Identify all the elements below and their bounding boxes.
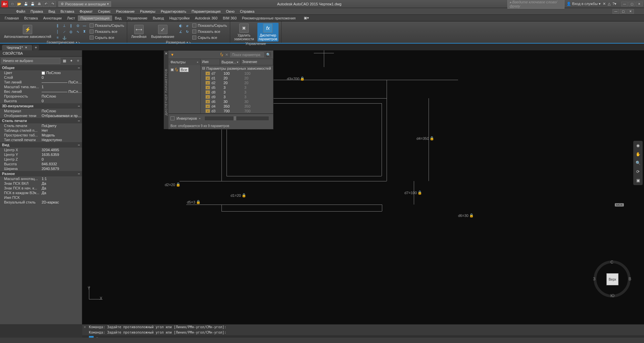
menu-window[interactable]: Окно (223, 9, 237, 14)
props-value[interactable]: Нет (40, 128, 82, 132)
props-section-viz3d[interactable]: 3D-визуализация– (0, 103, 82, 109)
a360-icon[interactable]: △ (608, 2, 610, 6)
dim-angular-icon[interactable]: ∠ (178, 29, 184, 34)
collapse-icon[interactable]: « (199, 117, 200, 120)
menu-help[interactable]: Справка (237, 9, 257, 14)
checkbox-icon[interactable] (170, 116, 175, 120)
viewcube-north[interactable]: С (610, 260, 613, 265)
doc-restore-button[interactable]: ▢ (620, 9, 627, 14)
ribbon-tab-insert[interactable]: Вставка (21, 15, 41, 21)
props-value[interactable]: 0 (40, 99, 82, 103)
param-row[interactable]: dd4350350 (201, 104, 273, 109)
props-value[interactable]: 2040.5879 (40, 167, 82, 171)
menu-insert[interactable]: Вставка (58, 9, 77, 14)
ribbon-tab-bim360[interactable]: BIM 360 (220, 15, 239, 21)
props-row[interactable]: Тип стилей печатиНедоступно (0, 137, 82, 142)
ribbon-tab-layout[interactable]: Лист (64, 15, 78, 21)
constraint-concentric-icon[interactable]: ◎ (68, 29, 74, 34)
props-row[interactable]: Центр Y1635.6359 (0, 152, 82, 157)
dim-d5[interactable]: d5=3🔒 (187, 200, 201, 204)
parameters-manager-button[interactable]: fx Диспетчер параметров (257, 23, 279, 42)
props-value[interactable]: 0 (40, 157, 82, 161)
nav-showmotion-icon[interactable]: ▣ (635, 177, 641, 184)
props-quickselect-icon[interactable]: ✦ (68, 58, 74, 64)
infocenter-search[interactable]: ▸ Введите ключевое слово/фразу (507, 0, 564, 9)
nav-orbit-icon[interactable]: ⟳ (635, 168, 641, 175)
props-value[interactable]: Да (40, 181, 82, 185)
param-expression[interactable]: 700 (224, 109, 244, 113)
menu-dimension[interactable]: Размеры (137, 9, 158, 14)
props-section-misc[interactable]: Разное– (0, 171, 82, 176)
menu-parametric[interactable]: Параметризация (189, 9, 223, 14)
constraint-fix-icon[interactable]: ⚓ (61, 35, 67, 40)
props-value[interactable]: ПоСлою (40, 71, 82, 75)
props-row[interactable]: Пространство таб...Модель (0, 133, 82, 137)
document-tab[interactable]: Чертеж1*✕ (2, 45, 32, 50)
props-row[interactable]: Имя ПСК (0, 195, 82, 200)
props-row[interactable]: МатериалПоСлою (0, 109, 82, 113)
geom-show-hide-button[interactable]: Показать/Скрыть (90, 23, 124, 28)
param-row[interactable]: dd12020 (201, 76, 273, 80)
dim-show-hide-button[interactable]: Показать/Скрыть (192, 23, 227, 28)
menu-format[interactable]: Формат (77, 9, 95, 14)
constraint-tangent-icon[interactable]: ⊙ (75, 23, 81, 28)
help-icon[interactable]: ?▾ (612, 2, 616, 6)
ribbon-tab-addins[interactable]: Надстройки (166, 15, 192, 21)
dialog-launcher-icon[interactable]: ▾ ↘ (76, 41, 80, 44)
constraint-smooth-icon[interactable]: ∿ (75, 29, 81, 34)
props-value[interactable]: ПоСлою (40, 94, 82, 98)
props-row[interactable]: Визуальный стиль2D-каркас (0, 200, 82, 205)
constraint-horizontal-icon[interactable]: — (82, 23, 88, 28)
constraint-parallel-icon[interactable]: ∥ (68, 23, 74, 28)
props-value[interactable] (40, 195, 82, 199)
props-row[interactable]: Слой0 (0, 75, 82, 80)
qat-new-icon[interactable]: □ (9, 1, 15, 7)
viewcube-west[interactable]: З (593, 277, 595, 281)
props-value[interactable]: 1:1 (40, 177, 82, 181)
ribbon-tab-featured[interactable]: Рекомендованные приложения (239, 15, 298, 21)
constraint-equal-icon[interactable]: = (55, 35, 61, 40)
filter-all[interactable]: ▣ fx Все (170, 66, 198, 73)
qat-redo-icon[interactable]: ↷ (50, 1, 56, 7)
constraint-coincident-icon[interactable]: ‖ (55, 23, 61, 28)
delete-constraints-button[interactable]: ✖ Удалить зависимости (233, 23, 255, 42)
viewcube-east[interactable]: В (629, 277, 631, 281)
drawing-canvas[interactable]: d3=700🔒 d9=3🔒 d8=3🔒 d4=350🔒 d2=20🔒 d1=20… (82, 50, 644, 324)
ribbon-minimize-icon[interactable]: ▣▾ (301, 15, 312, 21)
invert-filter-label[interactable]: Инвертиров (177, 116, 197, 120)
constraint-symmetric-icon[interactable]: ⧗ (82, 29, 88, 34)
props-row[interactable]: ЦветПоСлою (0, 70, 82, 75)
props-section-plot[interactable]: Стиль печати– (0, 118, 82, 123)
menu-modify[interactable]: Редактировать (158, 9, 189, 14)
qat-save-icon[interactable]: 💾 (23, 1, 29, 7)
props-value[interactable]: Да (40, 186, 82, 190)
props-value[interactable]: 1 (40, 85, 82, 89)
props-row[interactable]: Центр X3204.4895 (0, 148, 82, 152)
search-icon[interactable]: 🔍 (266, 52, 271, 57)
dim-show-all-button[interactable]: Показать все (192, 29, 227, 34)
dim-d3[interactable]: d3=700🔒 (287, 76, 305, 81)
param-expression[interactable]: 20 (224, 81, 244, 85)
col-name-header[interactable]: Имя (201, 59, 220, 65)
dim-convert-icon[interactable]: ↻ (184, 29, 190, 34)
dim-radial-icon[interactable]: ◐ (178, 23, 184, 28)
menu-file[interactable]: Файл (13, 9, 28, 14)
ribbon-tab-parametric[interactable]: Параметризация (78, 15, 112, 21)
props-row[interactable]: Знак ПСК ВКЛДа (0, 181, 82, 186)
tree-collapse-icon[interactable]: ⊟ (202, 66, 205, 70)
props-value[interactable]: ——————— ПоСлою (40, 80, 82, 84)
geom-hide-all-button[interactable]: Скрыть все (90, 35, 124, 40)
menu-tools[interactable]: Сервис (95, 9, 113, 14)
app-menu-button[interactable]: A▾ (1, 1, 8, 7)
props-value[interactable]: Недоступно (40, 138, 82, 142)
props-value[interactable]: ПоСлою (40, 109, 82, 113)
param-row[interactable]: dd533 (201, 85, 273, 90)
palette-sidebar[interactable]: ✕ ДИСПЕТЧЕР ПАРАМЕТРОВ (164, 51, 168, 129)
dim-aligned-button[interactable]: ⤢ Выравнивание (150, 23, 176, 40)
nav-pan-icon[interactable]: ✋ (635, 151, 641, 158)
param-expression[interactable]: 3 (224, 85, 244, 90)
props-row[interactable]: Центр Z0 (0, 157, 82, 162)
cmdline-close-icon[interactable]: ✕ (83, 325, 87, 329)
ribbon-tab-home[interactable]: Главная (2, 15, 21, 21)
dim-d7[interactable]: d7=100🔒 (404, 190, 422, 195)
